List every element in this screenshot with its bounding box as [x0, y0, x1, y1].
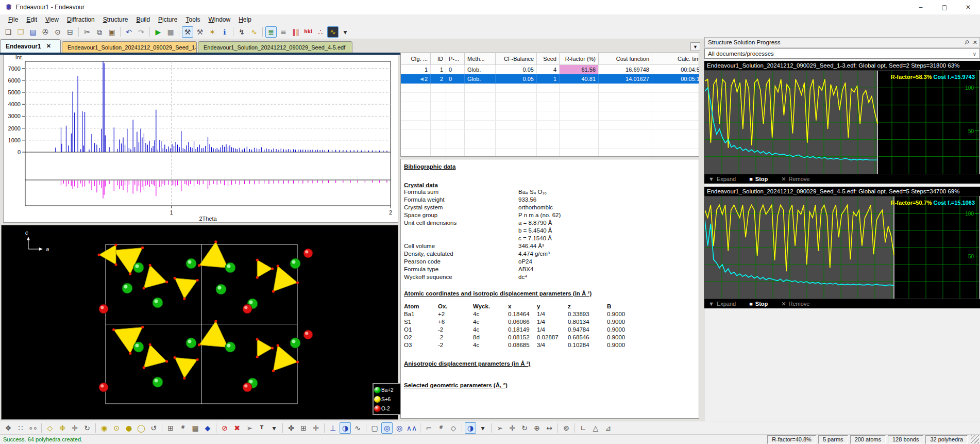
barium-atom[interactable] [186, 338, 196, 348]
center-tool-button[interactable]: ⊚ [561, 422, 572, 434]
peak-list-button[interactable]: ∥∥ [290, 26, 301, 38]
diffraction-chart-panel[interactable]: 0100020003000400050006000700012Int.2Thet… [3, 55, 398, 223]
dock-close-icon[interactable]: ✕ [973, 39, 977, 46]
shaded-sphere-button[interactable]: ◑ [465, 422, 476, 434]
column-header[interactable]: P-... [446, 53, 465, 64]
crystal-structure-view[interactable]: Ba+2S+6O-2 ca [1, 225, 398, 420]
wizard-button[interactable]: ✶ [207, 26, 218, 38]
measure-torsion-button[interactable]: ⊿ [602, 422, 614, 434]
optimize-button[interactable]: ↯ [236, 26, 247, 38]
measure-angle-button[interactable]: △ [590, 422, 601, 434]
column-header[interactable]: Seed [537, 53, 560, 64]
atom-style-open-button[interactable]: ◯ [136, 422, 147, 434]
grid-pattern-button[interactable]: ⊞ [298, 422, 309, 434]
oxygen-atom[interactable] [243, 383, 252, 392]
column-header[interactable]: Meth... [465, 53, 496, 64]
lattice-view-button[interactable]: ⊞ [165, 422, 176, 434]
table-row[interactable]: ◀220Glob.0.05140.8114.0162700:05:18 [401, 74, 699, 84]
column-header[interactable]: R-factor (%) [560, 53, 599, 64]
spacefill-view-button[interactable]: ∷ [15, 422, 26, 434]
create-polyhedra-button[interactable]: ◇ [44, 422, 56, 434]
barium-atom[interactable] [186, 258, 196, 269]
column-header[interactable]: Cost function [599, 53, 652, 64]
menu-tools[interactable]: Tools [181, 15, 204, 24]
tab-document[interactable]: Endeavour1✕ [0, 39, 61, 53]
tab-list-dropdown[interactable]: ▼ [690, 42, 700, 51]
oxygen-atom[interactable] [303, 249, 313, 258]
circle-render-button[interactable]: ◎ [381, 422, 393, 434]
bond-render-button[interactable]: ∿ [352, 422, 363, 434]
tab-close-icon[interactable]: ✕ [46, 43, 51, 50]
info-button[interactable]: ℹ [219, 26, 230, 38]
open-file-button[interactable]: ❒ [15, 26, 26, 38]
hkl-list-button[interactable]: hkl [302, 26, 314, 38]
select-tool-button[interactable]: ➢ [494, 422, 505, 434]
rotate-selection-button[interactable]: ↻ [81, 422, 93, 434]
atom-list-button[interactable]: ∴ [315, 26, 326, 38]
oxygen-atom[interactable] [243, 304, 252, 314]
atom-style-filled-button[interactable]: ◉ [98, 422, 110, 434]
run-calculation-button[interactable]: ▶ [153, 26, 164, 38]
unit-cell-edit-button[interactable]: # [177, 422, 189, 434]
cell-grid-button[interactable]: # [435, 422, 447, 434]
process-filter-dropdown[interactable]: All documents/processes ∨ [704, 48, 980, 59]
expand-button[interactable]: ▼Expand [708, 301, 736, 307]
sulfate-tetrahedron[interactable] [97, 243, 117, 266]
remove-atom-button[interactable]: ⊘ [219, 422, 230, 434]
tab-solution-1[interactable]: Endeavour1_Solution_20241212_090029_Seed… [62, 41, 197, 53]
maximize-button[interactable]: ▢ [933, 0, 956, 14]
print-button[interactable]: ⊟ [64, 26, 76, 38]
stop-button[interactable]: ■Stop [749, 301, 768, 307]
atom-style-solid-button[interactable]: ● [123, 422, 134, 434]
barium-atom[interactable] [153, 377, 163, 387]
pointer-button[interactable]: ➢ [244, 422, 255, 434]
barium-atom[interactable] [225, 342, 235, 352]
barium-atom[interactable] [153, 298, 163, 308]
column-header[interactable]: Calc. time [652, 53, 699, 64]
remove-button[interactable]: ✕Remove [781, 301, 809, 307]
barium-atom[interactable] [290, 258, 300, 269]
sphere-render-button[interactable]: ◑ [340, 422, 351, 434]
cut-button[interactable]: ✂ [81, 26, 93, 38]
sulfate-tetrahedron[interactable] [256, 258, 274, 278]
box-outline-button[interactable]: ▢ [369, 422, 380, 434]
text-report-button[interactable]: ≡ [278, 26, 289, 38]
oxygen-atom[interactable] [99, 383, 108, 392]
barium-atom[interactable] [216, 284, 226, 294]
menu-edit[interactable]: Edit [22, 15, 41, 24]
table-row[interactable]: 110Glob.0.05461.5616.6974800:04:59 [401, 65, 699, 74]
edit-structure-button[interactable]: ⚒ [194, 26, 206, 38]
print-preview-button[interactable]: ⊙ [52, 26, 63, 38]
resize-grip[interactable] [971, 435, 979, 443]
pattern-view-button[interactable]: ✤ [285, 422, 297, 434]
column-header[interactable]: ID [431, 53, 446, 64]
delete-selection-button[interactable]: ✖ [231, 422, 243, 434]
stop-calculation-button[interactable]: ■ [165, 26, 176, 38]
axes-toggle-button[interactable]: ⊥ [327, 422, 339, 434]
polyhedra-view-button[interactable]: ❖ [3, 422, 14, 434]
menu-help[interactable]: Help [234, 15, 256, 24]
menu-picture[interactable]: Picture [154, 15, 181, 24]
profile-chart-button[interactable]: ∿ [248, 26, 260, 38]
oxygen-atom[interactable] [303, 330, 313, 339]
rhomb-tool-button[interactable]: ◇ [448, 422, 459, 434]
crystal-scene[interactable]: ca [2, 225, 398, 419]
add-atom-button[interactable]: ✛ [69, 422, 80, 434]
oxygen-atom[interactable] [99, 304, 108, 314]
undo-button[interactable]: ↶ [123, 26, 134, 38]
barium-atom[interactable] [133, 262, 144, 273]
sphere-dropdown-button[interactable]: ▾ [477, 422, 488, 434]
paste-button[interactable]: ▣ [106, 26, 117, 38]
redo-button[interactable]: ↷ [136, 26, 147, 38]
corner-tool-button[interactable]: ⌐ [423, 422, 434, 434]
expand-button[interactable]: ▼Expand [708, 176, 736, 182]
find-button[interactable]: ✇ [40, 26, 51, 38]
atom-style-ring-button[interactable]: ⊙ [111, 422, 122, 434]
column-header[interactable]: CF-Balance [496, 53, 537, 64]
view-dropdown-button[interactable]: ▾ [340, 26, 351, 38]
polyhedron-solid-button[interactable]: ◆ [202, 422, 213, 434]
save-file-button[interactable]: ▤ [27, 26, 39, 38]
menu-file[interactable]: File [4, 15, 22, 24]
atom-cluster-button[interactable]: ❉ [57, 422, 68, 434]
structure-solution-button[interactable]: ⚒ [182, 26, 193, 38]
